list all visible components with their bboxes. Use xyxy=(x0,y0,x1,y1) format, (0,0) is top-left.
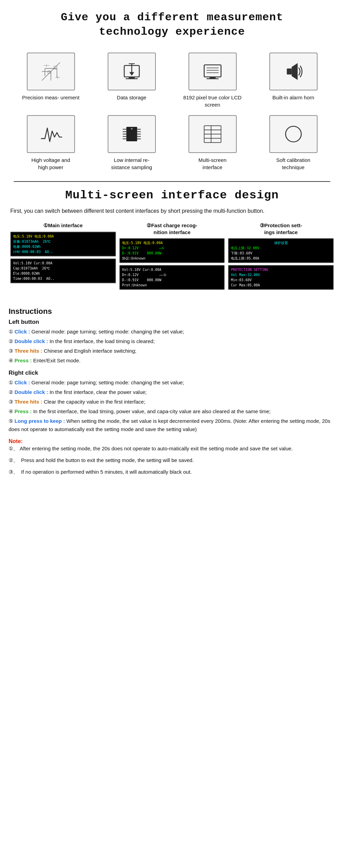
precision-icon-box xyxy=(27,53,75,90)
note-item-1: ①、 After entering the setting mode, the … xyxy=(9,444,335,453)
left-btn-num-2: ② xyxy=(9,338,13,344)
feature-low-resistance: Low internal re-sistance sampling xyxy=(95,115,169,171)
feature-low-resistance-label: Low internal re-sistance sampling xyxy=(111,156,152,171)
right-btn-text-3: Clear the capacity value in the first in… xyxy=(44,399,145,405)
feature-soft-calib: Soft calibrationtechnique xyxy=(256,115,330,171)
right-btn-num-4: ④ xyxy=(9,408,13,414)
lowresistance-icon-box xyxy=(108,115,156,153)
screen-protection-english: PROTECTION SETTING Vol Max:32.00V Min:03… xyxy=(228,265,334,290)
interface-main-title: ①Main interface xyxy=(43,222,83,229)
right-btn-num-2: ② xyxy=(9,389,13,395)
multiscreen-icon-box xyxy=(189,115,237,153)
feature-lcd-label: 8192 pixel true color LCD screen xyxy=(175,94,249,108)
features-grid: Precision meas- urement Data storage xyxy=(0,46,344,178)
svg-marker-16 xyxy=(129,72,134,76)
feature-alarm-label: Built-in alarm horn xyxy=(272,94,314,101)
highvoltage-icon-box xyxy=(27,115,75,153)
feature-precision: Precision meas- urement xyxy=(14,53,88,108)
section-divider xyxy=(14,181,330,182)
feature-high-voltage-label: High voltage andhigh power xyxy=(31,156,70,171)
highvoltage-icon xyxy=(39,122,63,146)
screen-main-english: Vol:5.18V Cur:0.00A Cap:01073mAh 26℃ Ele… xyxy=(10,259,116,283)
left-btn-text-1: General mode: page turning; setting mode… xyxy=(31,329,184,334)
svg-point-43 xyxy=(286,126,301,142)
right-btn-item-1: ① Click : General mode: page turning; se… xyxy=(9,378,335,387)
right-btn-num-1: ① xyxy=(9,380,13,385)
right-btn-item-3: ③ Three hits : Clear the capacity value … xyxy=(9,398,335,406)
left-btn-num-3: ③ xyxy=(9,348,13,354)
screen-main-chinese: 电压:5.18V 电流:0.00A 容量:01073mAh 26℃ 电量:000… xyxy=(10,232,116,256)
note-item-2: ②、 Press and hold the button to exit the… xyxy=(9,456,335,464)
right-btn-num-5: ⑤ xyxy=(9,418,13,424)
right-btn-kw-2: Double click : xyxy=(14,389,48,395)
left-btn-num-4: ④ xyxy=(9,358,13,363)
precision-icon xyxy=(39,59,63,84)
interface-protection-title: ③Protection sett-ings interface xyxy=(260,222,302,235)
softcalib-icon-box xyxy=(269,115,318,153)
left-btn-num-1: ① xyxy=(9,329,13,334)
interface-fast-charge: ②Fast charge recog-nition interface 电压:5… xyxy=(119,222,225,290)
softcalib-icon xyxy=(281,122,305,146)
alarm-icon-box xyxy=(269,53,318,90)
instructions-title: Instructions xyxy=(9,307,335,316)
left-btn-kw-1: Click : xyxy=(14,329,30,334)
multi-screen-title: Multi-screen interface design xyxy=(10,189,334,202)
lowresistance-icon xyxy=(120,122,144,146)
interface-protection: ③Protection sett-ings interface 保护设置 电压上… xyxy=(228,222,334,290)
screen-fast-english: Vol:5.18V Cur:0.00A D+:0.12V ——① D-:0.91… xyxy=(119,265,225,290)
left-btn-kw-3: Three hits : xyxy=(14,348,42,354)
left-btn-item-3: ③ Three hits : Chinese and English inter… xyxy=(9,347,335,355)
left-btn-text-2: In the first interface, the load timing … xyxy=(50,338,155,344)
right-btn-text-4: In the first interface, the load timing,… xyxy=(33,408,270,414)
left-button-block: Left button ① Click : General mode: page… xyxy=(9,319,335,365)
right-btn-item-5: ⑤ Long press to keep : When setting the … xyxy=(9,417,335,433)
screen-protection-chinese: 保护设置 电压上限:32.00V 下限:03.60V 电流上限:05.00A xyxy=(228,238,334,263)
svg-point-37 xyxy=(131,128,132,130)
note-block: Note: ①、 After entering the setting mode… xyxy=(9,438,335,476)
feature-data-storage: Data storage xyxy=(95,53,169,108)
interface-fast-charge-title: ②Fast charge recog-nition interface xyxy=(147,222,197,235)
feature-soft-calib-label: Soft calibrationtechnique xyxy=(276,156,310,171)
lcd-icon-box xyxy=(189,53,237,90)
left-btn-item-2: ② Double click : In the first interface,… xyxy=(9,337,335,345)
header-section: Give you a different measurement technol… xyxy=(0,0,344,46)
right-btn-kw-3: Three hits : xyxy=(14,399,42,405)
right-btn-item-4: ④ Press : In the first interface, the lo… xyxy=(9,407,335,416)
feature-multi-screen: Multi-screeninterface xyxy=(175,115,249,171)
interfaces-row: ①Main interface 电压:5.18V 电流:0.00A 容量:010… xyxy=(10,222,334,290)
left-btn-text-3: Chinese and English interface switching; xyxy=(44,348,136,354)
note-item-3: ③、 If no operation is performed within 5… xyxy=(9,468,335,476)
header-title: Give you a different measurement technol… xyxy=(21,10,323,39)
left-btn-kw-4: Press : xyxy=(14,358,32,363)
left-btn-item-4: ④ Press : Enter/Exit Set mode. xyxy=(9,356,335,365)
feature-multi-screen-label: Multi-screeninterface xyxy=(198,156,227,171)
interface-main: ①Main interface 电压:5.18V 电流:0.00A 容量:010… xyxy=(10,222,116,290)
left-btn-text-4: Enter/Exit Set mode. xyxy=(33,358,80,363)
right-click-block: Right click ① Click : General mode: page… xyxy=(9,370,335,433)
data-storage-icon xyxy=(120,59,144,84)
multiscreen-icon xyxy=(201,122,225,146)
left-button-title: Left button xyxy=(9,319,335,326)
feature-lcd: 8192 pixel true color LCD screen xyxy=(175,53,249,108)
right-btn-kw-5: Long press to keep : xyxy=(14,418,65,424)
instructions-section: Instructions Left button ① Click : Gener… xyxy=(0,304,344,491)
multi-screen-desc: First, you can switch between different … xyxy=(10,207,334,215)
note-label: Note: xyxy=(9,438,335,444)
svg-rect-24 xyxy=(287,68,291,75)
right-btn-kw-1: Click : xyxy=(14,380,30,385)
right-btn-item-2: ② Double click : In the first interface,… xyxy=(9,388,335,396)
lcd-icon xyxy=(201,59,225,84)
svg-rect-18 xyxy=(204,65,221,77)
feature-alarm: Built-in alarm horn xyxy=(256,53,330,108)
feature-precision-label: Precision meas- urement xyxy=(22,94,79,101)
alarm-icon xyxy=(281,59,305,84)
screen-fast-chinese: 电压:5.18V 电流:0.00A D+:0.12V ←① D-:0.91V 0… xyxy=(119,238,225,263)
left-btn-item-1: ① Click : General mode: page turning; se… xyxy=(9,328,335,336)
multi-screen-section: Multi-screen interface design First, you… xyxy=(0,189,344,304)
svg-rect-6 xyxy=(48,71,50,73)
right-btn-kw-4: Press : xyxy=(14,408,32,414)
right-click-title: Right click xyxy=(9,370,335,376)
svg-marker-25 xyxy=(291,63,298,80)
left-btn-kw-2: Double click : xyxy=(14,338,48,344)
data-storage-icon-box xyxy=(108,53,156,90)
